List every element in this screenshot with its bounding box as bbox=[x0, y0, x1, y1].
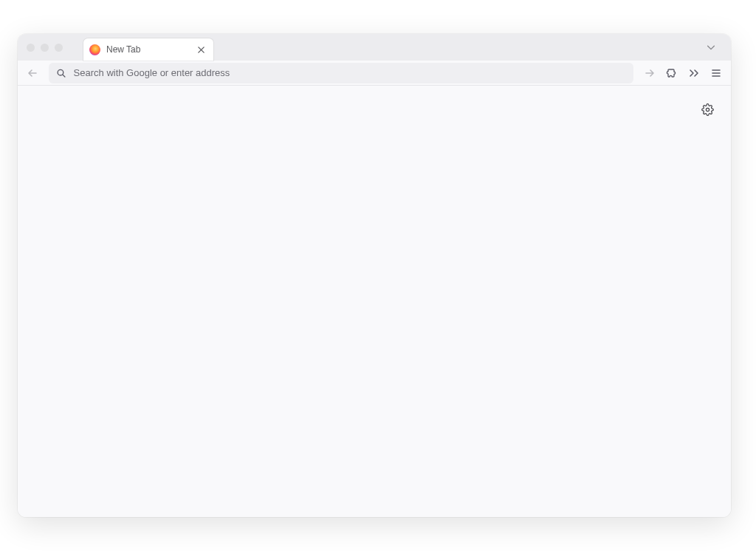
arrow-left-icon bbox=[27, 67, 38, 79]
tab-new-tab[interactable]: New Tab bbox=[83, 38, 213, 61]
svg-point-1 bbox=[706, 108, 709, 111]
tab-title: New Tab bbox=[106, 44, 188, 55]
chevron-down-icon bbox=[706, 42, 716, 52]
overflow-menu-button[interactable] bbox=[684, 63, 704, 83]
back-button[interactable] bbox=[22, 63, 43, 83]
extensions-button[interactable] bbox=[662, 63, 682, 83]
new-tab-content bbox=[18, 86, 731, 517]
app-menu-button[interactable] bbox=[706, 63, 726, 83]
window-close-button[interactable] bbox=[27, 44, 35, 52]
titlebar: New Tab bbox=[18, 34, 731, 61]
address-input[interactable] bbox=[74, 67, 626, 78]
window-zoom-button[interactable] bbox=[55, 44, 63, 52]
chevrons-right-icon bbox=[688, 67, 700, 79]
arrow-right-icon bbox=[644, 67, 656, 79]
search-icon bbox=[56, 68, 66, 78]
gear-icon bbox=[701, 103, 714, 116]
puzzle-piece-icon bbox=[666, 67, 678, 79]
url-bar[interactable] bbox=[49, 63, 633, 83]
navigation-toolbar bbox=[18, 61, 731, 86]
personalize-new-tab-button[interactable] bbox=[697, 99, 718, 120]
window-minimize-button[interactable] bbox=[41, 44, 49, 52]
toolbar-right bbox=[639, 63, 726, 83]
tab-strip: New Tab bbox=[83, 34, 213, 61]
browser-window: New Tab bbox=[18, 34, 731, 517]
forward-button[interactable] bbox=[639, 63, 660, 83]
window-controls bbox=[18, 44, 63, 52]
tab-close-button[interactable] bbox=[194, 43, 207, 56]
firefox-favicon-icon bbox=[89, 44, 100, 55]
hamburger-icon bbox=[710, 67, 722, 79]
close-icon bbox=[197, 46, 205, 54]
list-all-tabs-button[interactable] bbox=[700, 34, 722, 61]
